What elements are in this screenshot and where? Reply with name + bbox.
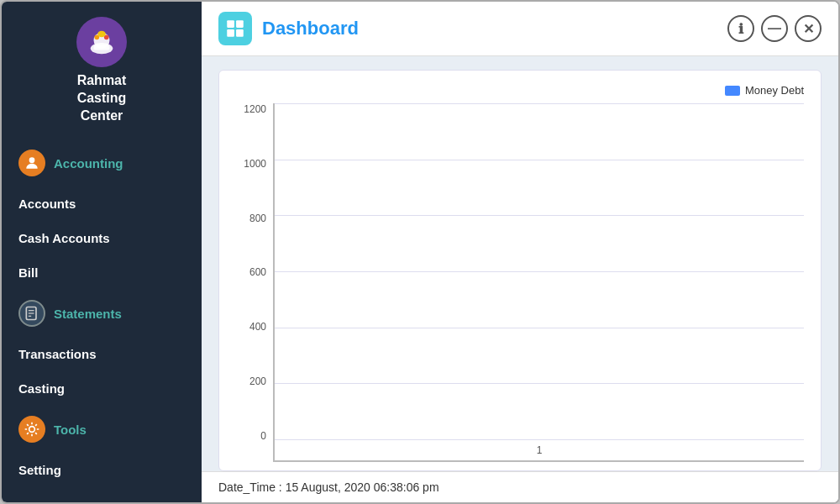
- y-label-1000: 1000: [244, 158, 266, 170]
- accounting-label: Accounting: [54, 156, 123, 171]
- app-title: Rahmat Casting Center: [77, 72, 127, 124]
- sidebar-item-tools[interactable]: Tools: [2, 406, 202, 453]
- y-label-1200: 1200: [244, 103, 266, 115]
- legend-color-box: [725, 86, 740, 96]
- transactions-label: Transactions: [18, 347, 97, 361]
- sidebar-item-setting[interactable]: Setting: [2, 453, 202, 487]
- sidebar-navigation: Accounting Accounts Cash Accounts Bill: [2, 139, 202, 487]
- sidebar-item-transactions[interactable]: Transactions: [2, 337, 202, 371]
- chart-area: Money Debt 1200 1000 800 600 400 200 0: [202, 56, 838, 471]
- y-label-800: 800: [249, 213, 266, 224]
- sidebar: Rahmat Casting Center Accounting: [2, 2, 202, 502]
- chart-container: Money Debt 1200 1000 800 600 400 200 0: [218, 70, 822, 471]
- info-button[interactable]: ℹ: [727, 15, 754, 42]
- svg-rect-14: [227, 29, 234, 37]
- svg-point-5: [97, 31, 106, 38]
- sidebar-item-bill[interactable]: Bill: [2, 255, 202, 290]
- accounting-svg: [24, 155, 40, 171]
- x-labels: 1: [275, 440, 804, 460]
- svg-point-11: [29, 427, 35, 433]
- sidebar-logo: Rahmat Casting Center: [2, 2, 202, 136]
- main-header: Dashboard ℹ — ✕: [202, 2, 838, 56]
- sidebar-item-statements[interactable]: Statements: [2, 290, 202, 337]
- datetime-value: 15 August, 2020 06:38:06 pm: [286, 480, 439, 494]
- sidebar-item-accounts[interactable]: Accounts: [2, 186, 202, 221]
- header-left: Dashboard: [218, 12, 359, 45]
- chart-legend: Money Debt: [233, 84, 804, 97]
- y-axis: 1200 1000 800 600 400 200 0: [233, 103, 273, 462]
- close-button[interactable]: ✕: [795, 15, 822, 42]
- bars-area: [275, 103, 804, 440]
- dashboard-icon-wrap: [218, 12, 252, 45]
- x-label-1: 1: [537, 444, 543, 456]
- footer: Date_Time : 15 August, 2020 06:38:06 pm: [202, 471, 838, 502]
- datetime-prefix: Date_Time :: [218, 480, 286, 494]
- svg-rect-15: [236, 29, 244, 37]
- logo-svg: [86, 26, 118, 58]
- app-logo-icon: [76, 17, 127, 67]
- sidebar-item-cash-accounts[interactable]: Cash Accounts: [2, 221, 202, 255]
- statements-label: Statements: [54, 307, 122, 321]
- accounting-icon: [18, 150, 45, 176]
- svg-rect-13: [236, 20, 244, 28]
- y-label-200: 200: [249, 375, 266, 387]
- chart-inner: 1200 1000 800 600 400 200 0: [233, 103, 804, 462]
- dashboard-icon: [224, 18, 246, 39]
- app-window: Rahmat Casting Center Accounting: [0, 0, 840, 504]
- accounts-label: Accounts: [18, 197, 76, 211]
- svg-rect-12: [227, 20, 234, 28]
- casting-label: Casting: [18, 381, 65, 396]
- sidebar-item-accounting[interactable]: Accounting: [2, 139, 202, 186]
- statements-icon: [18, 300, 45, 327]
- legend-label: Money Debt: [745, 84, 804, 97]
- window-controls: ℹ — ✕: [727, 15, 822, 42]
- chart-plot: 1: [273, 103, 804, 462]
- y-label-400: 400: [249, 321, 266, 333]
- cash-accounts-label: Cash Accounts: [18, 231, 110, 245]
- sidebar-item-casting[interactable]: Casting: [2, 371, 202, 406]
- svg-rect-4: [94, 45, 110, 50]
- svg-point-6: [29, 158, 35, 164]
- minimize-button[interactable]: —: [761, 15, 788, 42]
- tools-label: Tools: [54, 423, 87, 437]
- tools-svg: [24, 421, 40, 438]
- statements-svg: [24, 305, 40, 322]
- bill-label: Bill: [18, 265, 38, 280]
- dashboard-title: Dashboard: [262, 18, 359, 39]
- y-label-600: 600: [249, 266, 266, 278]
- main-content: Dashboard ℹ — ✕ Money Debt: [202, 2, 838, 502]
- app-body: Rahmat Casting Center Accounting: [2, 2, 838, 502]
- y-label-0: 0: [260, 430, 266, 442]
- tools-icon: [18, 416, 45, 443]
- setting-label: Setting: [18, 463, 61, 477]
